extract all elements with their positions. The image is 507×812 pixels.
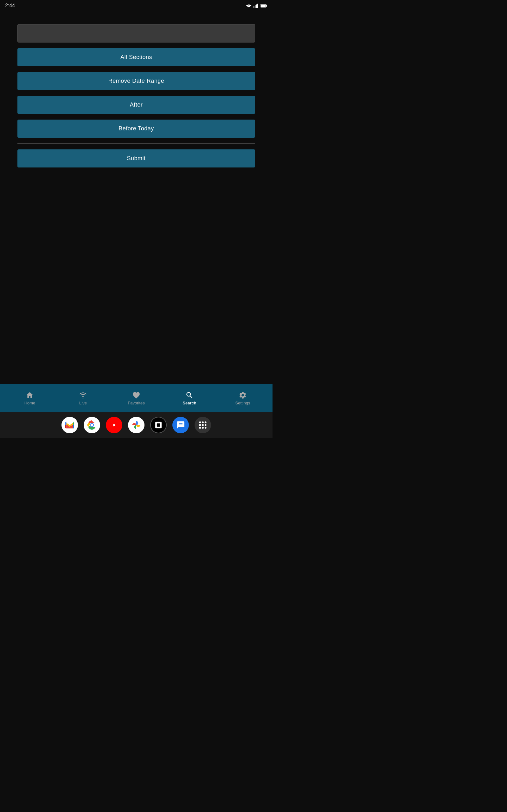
svg-rect-0 [253, 6, 254, 8]
app-grid[interactable] [194, 417, 211, 433]
wifi-icon [246, 3, 251, 8]
svg-point-17 [199, 427, 201, 429]
svg-rect-2 [256, 4, 257, 8]
chrome-icon [87, 420, 97, 430]
svg-point-14 [199, 424, 201, 426]
all-sections-button[interactable]: All Sections [17, 48, 255, 66]
svg-point-19 [205, 427, 207, 429]
nav-item-search[interactable]: Search [163, 389, 216, 408]
live-icon [79, 391, 87, 399]
divider [17, 143, 255, 144]
status-time: 2:44 [5, 3, 15, 9]
square-icon [154, 421, 163, 429]
before-today-button[interactable]: Before Today [17, 119, 255, 138]
app-dock [0, 412, 273, 438]
app-photos[interactable] [128, 417, 145, 433]
remove-date-range-button[interactable]: Remove Date Range [17, 72, 255, 90]
nav-item-live[interactable]: Live [56, 389, 110, 408]
youtube-icon [109, 421, 119, 428]
messages-icon [176, 420, 185, 429]
app-messages[interactable] [172, 417, 189, 433]
home-icon [26, 391, 34, 399]
app-square[interactable] [150, 417, 167, 433]
nav-label-live: Live [79, 401, 87, 405]
favorites-icon [132, 391, 140, 399]
bottom-nav: Home Live Favorites Search Settings [0, 384, 273, 412]
status-icons [246, 3, 268, 8]
app-chrome[interactable] [83, 417, 100, 433]
grid-icon [199, 421, 207, 429]
nav-label-favorites: Favorites [128, 401, 145, 405]
svg-rect-10 [157, 423, 160, 426]
main-content: All Sections Remove Date Range After Bef… [0, 11, 273, 174]
nav-item-home[interactable]: Home [3, 389, 56, 408]
nav-label-search: Search [182, 401, 196, 405]
search-input[interactable] [17, 24, 255, 43]
svg-rect-5 [261, 5, 266, 7]
svg-rect-3 [257, 4, 258, 8]
svg-point-16 [205, 424, 207, 426]
battery-icon [261, 4, 268, 8]
app-youtube[interactable] [106, 417, 122, 433]
svg-point-18 [202, 427, 204, 429]
app-gmail[interactable] [61, 417, 78, 433]
svg-rect-1 [255, 5, 256, 8]
status-bar: 2:44 [0, 0, 273, 11]
photos-icon [131, 420, 141, 430]
nav-label-home: Home [24, 401, 36, 405]
nav-item-favorites[interactable]: Favorites [110, 389, 163, 408]
svg-rect-6 [267, 5, 267, 6]
gmail-icon [65, 421, 74, 428]
svg-point-11 [199, 421, 201, 423]
settings-icon [239, 391, 247, 399]
search-icon [185, 391, 193, 399]
svg-point-8 [91, 424, 94, 426]
submit-button[interactable]: Submit [17, 149, 255, 167]
nav-label-settings: Settings [235, 401, 250, 405]
svg-point-15 [202, 424, 204, 426]
signal-icon [253, 3, 259, 8]
svg-point-13 [205, 421, 207, 423]
svg-point-12 [202, 421, 204, 423]
after-button[interactable]: After [17, 96, 255, 114]
nav-item-settings[interactable]: Settings [216, 389, 269, 408]
